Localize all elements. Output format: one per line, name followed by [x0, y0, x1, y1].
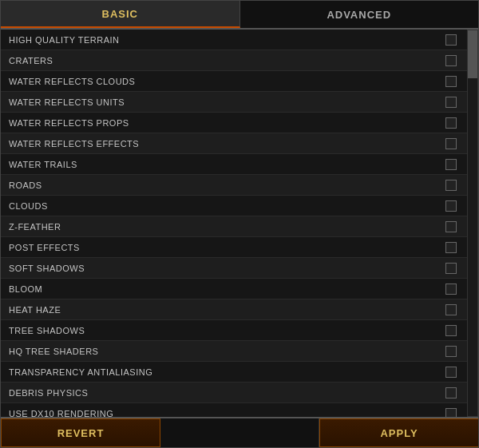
- setting-row-water-reflects-units: WATER REFLECTS UNITS: [1, 92, 467, 113]
- checkbox-transparency-antialiasing[interactable]: [445, 367, 457, 378]
- setting-label-water-reflects-units: WATER REFLECTS UNITS: [9, 97, 435, 107]
- setting-row-water-reflects-clouds: WATER REFLECTS CLOUDS: [1, 71, 467, 92]
- setting-checkbox-wrapper-water-reflects-effects: [435, 138, 467, 149]
- setting-checkbox-wrapper-roads: [435, 180, 467, 191]
- setting-row-post-effects: POST EFFECTS: [1, 237, 467, 258]
- setting-row-z-feather: Z-FEATHER: [1, 216, 467, 237]
- setting-label-water-reflects-clouds: WATER REFLECTS CLOUDS: [9, 77, 435, 86]
- setting-label-z-feather: Z-FEATHER: [9, 222, 435, 232]
- setting-label-water-trails: WATER TRAILS: [9, 160, 435, 169]
- setting-checkbox-wrapper-heat-haze: [435, 304, 467, 315]
- tab-bar: BASICADVANCED: [1, 1, 478, 30]
- setting-label-water-reflects-props: WATER REFLECTS PROPS: [9, 118, 435, 128]
- setting-label-post-effects: POST EFFECTS: [9, 243, 435, 252]
- setting-label-water-reflects-effects: WATER REFLECTS EFFECTS: [9, 139, 435, 149]
- checkbox-z-feather[interactable]: [445, 221, 457, 232]
- main-content: HIGH QUALITY TERRAINCRATERSWATER REFLECT…: [1, 30, 478, 417]
- checkbox-water-reflects-effects[interactable]: [445, 138, 457, 149]
- checkbox-high-quality-terrain[interactable]: [445, 34, 457, 46]
- checkbox-debris-physics[interactable]: [445, 387, 457, 398]
- checkbox-clouds[interactable]: [445, 200, 457, 212]
- setting-checkbox-wrapper-tree-shadows: [435, 325, 467, 336]
- setting-checkbox-wrapper-water-trails: [435, 159, 467, 170]
- footer: REVERTAPPLY: [1, 417, 478, 447]
- checkbox-bloom[interactable]: [445, 283, 457, 295]
- setting-label-bloom: BLOOM: [9, 284, 435, 294]
- checkbox-hq-tree-shaders[interactable]: [445, 346, 457, 357]
- settings-panel[interactable]: HIGH QUALITY TERRAINCRATERSWATER REFLECT…: [1, 30, 467, 417]
- setting-row-use-dx10-rendering: USE DX10 RENDERING: [1, 403, 467, 417]
- setting-label-roads: ROADS: [9, 180, 435, 190]
- checkbox-tree-shadows[interactable]: [445, 325, 457, 336]
- setting-row-water-reflects-props: WATER REFLECTS PROPS: [1, 113, 467, 133]
- setting-checkbox-wrapper-bloom: [435, 283, 467, 295]
- tab-advanced[interactable]: ADVANCED: [240, 1, 479, 28]
- setting-row-water-trails: WATER TRAILS: [1, 154, 467, 175]
- checkbox-water-trails[interactable]: [445, 159, 457, 170]
- setting-checkbox-wrapper-water-reflects-props: [435, 117, 467, 129]
- scrollbar-track[interactable]: [467, 30, 478, 417]
- setting-checkbox-wrapper-transparency-antialiasing: [435, 367, 467, 378]
- apply-button[interactable]: APPLY: [319, 418, 478, 447]
- setting-checkbox-wrapper-craters: [435, 55, 467, 66]
- setting-row-tree-shadows: TREE SHADOWS: [1, 320, 467, 341]
- setting-label-soft-shadows: SOFT SHADOWS: [9, 264, 435, 273]
- checkbox-craters[interactable]: [445, 55, 457, 66]
- setting-checkbox-wrapper-high-quality-terrain: [435, 34, 467, 46]
- settings-window: BASICADVANCED HIGH QUALITY TERRAINCRATER…: [0, 0, 479, 448]
- setting-label-clouds: CLOUDS: [9, 201, 435, 211]
- setting-checkbox-wrapper-z-feather: [435, 221, 467, 232]
- setting-row-water-reflects-effects: WATER REFLECTS EFFECTS: [1, 133, 467, 154]
- setting-row-soft-shadows: SOFT SHADOWS: [1, 258, 467, 279]
- checkbox-soft-shadows[interactable]: [445, 263, 457, 274]
- setting-checkbox-wrapper-hq-tree-shaders: [435, 346, 467, 357]
- setting-checkbox-wrapper-post-effects: [435, 242, 467, 253]
- tab-basic[interactable]: BASIC: [1, 1, 240, 28]
- setting-checkbox-wrapper-soft-shadows: [435, 263, 467, 274]
- setting-row-clouds: CLOUDS: [1, 196, 467, 216]
- setting-checkbox-wrapper-water-reflects-clouds: [435, 76, 467, 87]
- footer-middle: [160, 418, 319, 447]
- setting-label-tree-shadows: TREE SHADOWS: [9, 326, 435, 335]
- setting-label-debris-physics: DEBRIS PHYSICS: [9, 388, 435, 398]
- setting-row-bloom: BLOOM: [1, 279, 467, 299]
- checkbox-use-dx10-rendering[interactable]: [445, 408, 457, 418]
- revert-button[interactable]: REVERT: [1, 418, 160, 447]
- setting-checkbox-wrapper-clouds: [435, 200, 467, 212]
- checkbox-post-effects[interactable]: [445, 242, 457, 253]
- setting-row-debris-physics: DEBRIS PHYSICS: [1, 383, 467, 403]
- setting-checkbox-wrapper-debris-physics: [435, 387, 467, 398]
- setting-label-hq-tree-shaders: HQ TREE SHADERS: [9, 347, 435, 356]
- setting-row-heat-haze: HEAT HAZE: [1, 299, 467, 320]
- checkbox-heat-haze[interactable]: [445, 304, 457, 315]
- checkbox-water-reflects-units[interactable]: [445, 97, 457, 108]
- setting-row-high-quality-terrain: HIGH QUALITY TERRAIN: [1, 30, 467, 50]
- setting-row-roads: ROADS: [1, 175, 467, 196]
- setting-checkbox-wrapper-use-dx10-rendering: [435, 408, 467, 418]
- setting-label-craters: CRATERS: [9, 56, 435, 65]
- setting-row-craters: CRATERS: [1, 50, 467, 71]
- checkbox-roads[interactable]: [445, 180, 457, 191]
- setting-label-transparency-antialiasing: TRANSPARENCY ANTIALIASING: [9, 367, 435, 377]
- scrollbar-thumb[interactable]: [468, 30, 477, 78]
- scrollbar[interactable]: [467, 30, 478, 417]
- setting-row-hq-tree-shaders: HQ TREE SHADERS: [1, 341, 467, 362]
- setting-label-use-dx10-rendering: USE DX10 RENDERING: [9, 409, 435, 418]
- setting-label-high-quality-terrain: HIGH QUALITY TERRAIN: [9, 35, 435, 45]
- setting-checkbox-wrapper-water-reflects-units: [435, 97, 467, 108]
- checkbox-water-reflects-clouds[interactable]: [445, 76, 457, 87]
- setting-row-transparency-antialiasing: TRANSPARENCY ANTIALIASING: [1, 362, 467, 383]
- setting-label-heat-haze: HEAT HAZE: [9, 305, 435, 315]
- checkbox-water-reflects-props[interactable]: [445, 117, 457, 129]
